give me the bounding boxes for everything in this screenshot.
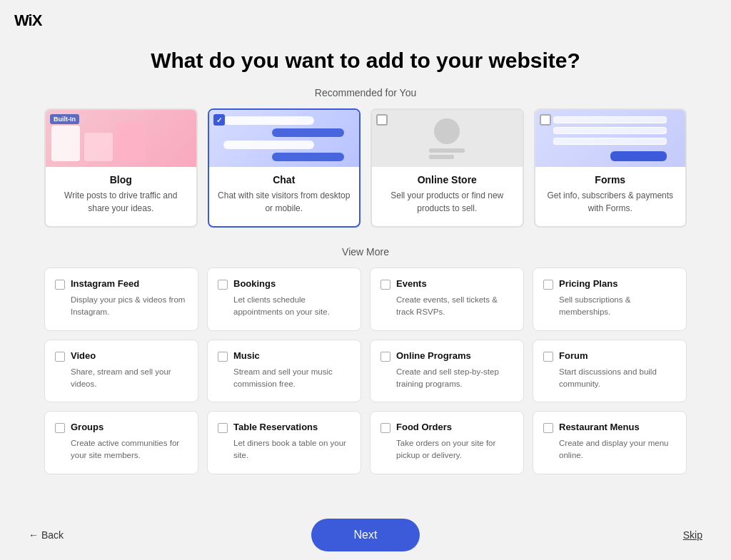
bookings-header: Bookings	[218, 278, 351, 290]
wix-logo: WiX	[14, 11, 717, 30]
table-reservations-title: Table Reservations	[233, 422, 318, 432]
list-card-bookings[interactable]: Bookings Let clients schedule appointmen…	[207, 268, 361, 331]
bookings-desc: Let clients schedule appointments on you…	[218, 294, 351, 319]
forms-card-image	[535, 110, 686, 167]
card-online-store[interactable]: Online Store Sell your products or find …	[370, 108, 524, 228]
page-title: What do you want to add to your website?	[151, 49, 580, 73]
next-button[interactable]: Next	[311, 519, 420, 551]
card-chat[interactable]: Chat Chat with site visitors from deskto…	[208, 108, 361, 228]
list-card-online-programs[interactable]: Online Programs Create and sell step-by-…	[370, 340, 524, 403]
list-card-food-orders[interactable]: Food Orders Take orders on your site for…	[370, 411, 524, 474]
table-reservations-header: Table Reservations	[218, 422, 351, 433]
blog-card-title: Blog	[104, 174, 138, 185]
forum-title: Forum	[559, 350, 588, 361]
events-checkbox[interactable]	[380, 280, 390, 290]
list-card-video[interactable]: Video Share, stream and sell your videos…	[44, 340, 198, 403]
chat-card-title: Chat	[267, 174, 301, 185]
forms-card-title: Forms	[589, 174, 631, 185]
food-orders-desc: Take orders on your site for pickup or d…	[380, 437, 513, 462]
bookings-checkbox[interactable]	[218, 280, 228, 290]
video-title: Video	[71, 350, 96, 361]
list-card-forum[interactable]: Forum Start discussions and build commun…	[533, 340, 687, 403]
events-desc: Create events, sell tickets & track RSVP…	[380, 294, 513, 319]
list-card-table-reservations[interactable]: Table Reservations Let diners book a tab…	[207, 411, 361, 474]
store-card-desc: Sell your products or find new products …	[372, 189, 523, 215]
list-card-music[interactable]: Music Stream and sell your music commiss…	[207, 340, 361, 403]
blog-card-image: Built-In	[46, 110, 196, 167]
restaurant-menus-checkbox[interactable]	[543, 423, 553, 433]
built-in-badge: Built-In	[50, 114, 79, 124]
chat-checkbox	[213, 114, 225, 126]
list-card-restaurant-menus[interactable]: Restaurant Menus Create and display your…	[533, 411, 687, 474]
instagram-feed-checkbox[interactable]	[55, 280, 65, 290]
card-forms[interactable]: Forms Get info, subscribers & payments w…	[534, 108, 687, 228]
food-orders-header: Food Orders	[380, 422, 513, 433]
chat-card-desc: Chat with site visitors from desktop or …	[209, 189, 360, 215]
instagram-feed-header: Instagram Feed	[55, 278, 188, 290]
pricing-plans-title: Pricing Plans	[559, 278, 617, 289]
footer: ← Back Next Skip	[0, 510, 731, 560]
groups-desc: Create active communities for your site …	[55, 437, 188, 462]
pricing-plans-header: Pricing Plans	[543, 278, 676, 290]
online-programs-title: Online Programs	[396, 350, 471, 361]
forum-checkbox[interactable]	[543, 352, 553, 362]
recommended-cards-grid: Built-In Blog Write posts to drive traff…	[44, 108, 687, 228]
video-header: Video	[55, 350, 188, 362]
video-desc: Share, stream and sell your videos.	[55, 366, 188, 391]
store-checkbox	[376, 114, 388, 126]
groups-header: Groups	[55, 422, 188, 433]
groups-title: Groups	[71, 422, 104, 432]
restaurant-menus-header: Restaurant Menus	[543, 422, 676, 433]
recommended-label: Recommended for You	[315, 87, 416, 98]
forum-header: Forum	[543, 350, 676, 362]
pricing-plans-checkbox[interactable]	[543, 280, 553, 290]
events-title: Events	[396, 278, 427, 289]
events-header: Events	[380, 278, 513, 290]
online-programs-desc: Create and sell step-by-step training pr…	[380, 366, 513, 391]
blog-card-desc: Write posts to drive traffic and share y…	[46, 189, 196, 215]
music-title: Music	[233, 350, 260, 361]
video-checkbox[interactable]	[55, 352, 65, 362]
music-desc: Stream and sell your music commission fr…	[218, 366, 351, 391]
food-orders-checkbox[interactable]	[380, 423, 390, 433]
list-card-groups[interactable]: Groups Create active communities for you…	[44, 411, 198, 474]
header: WiX	[0, 0, 731, 41]
restaurant-menus-desc: Create and display your menu online.	[543, 437, 676, 462]
list-card-instagram-feed[interactable]: Instagram Feed Display your pics & video…	[44, 268, 198, 331]
restaurant-menus-title: Restaurant Menus	[559, 422, 640, 432]
chat-card-image	[209, 110, 360, 167]
music-checkbox[interactable]	[218, 352, 228, 362]
view-more-label: View More	[342, 246, 389, 258]
list-card-events[interactable]: Events Create events, sell tickets & tra…	[370, 268, 524, 331]
table-reservations-desc: Let diners book a table on your site.	[218, 437, 351, 462]
store-card-title: Online Store	[412, 174, 483, 185]
list-card-pricing-plans[interactable]: Pricing Plans Sell subscriptions & membe…	[533, 268, 687, 331]
online-programs-checkbox[interactable]	[380, 352, 390, 362]
back-button[interactable]: ← Back	[29, 529, 64, 541]
forms-checkbox	[540, 114, 551, 126]
more-items-grid: Instagram Feed Display your pics & video…	[44, 268, 687, 474]
forum-desc: Start discussions and build community.	[543, 366, 676, 391]
groups-checkbox[interactable]	[55, 423, 65, 433]
pricing-plans-desc: Sell subscriptions & memberships.	[543, 294, 676, 319]
instagram-feed-title: Instagram Feed	[71, 278, 139, 289]
online-programs-header: Online Programs	[380, 350, 513, 362]
food-orders-title: Food Orders	[396, 422, 452, 432]
card-blog[interactable]: Built-In Blog Write posts to drive traff…	[44, 108, 198, 228]
main-content: What do you want to add to your website?…	[0, 41, 731, 531]
table-reservations-checkbox[interactable]	[218, 423, 228, 433]
instagram-feed-desc: Display your pics & videos from Instagra…	[55, 294, 188, 319]
skip-button[interactable]: Skip	[683, 529, 702, 541]
bookings-title: Bookings	[233, 278, 276, 289]
music-header: Music	[218, 350, 351, 362]
forms-card-desc: Get info, subscribers & payments with Fo…	[535, 189, 686, 215]
store-card-image	[372, 110, 523, 167]
